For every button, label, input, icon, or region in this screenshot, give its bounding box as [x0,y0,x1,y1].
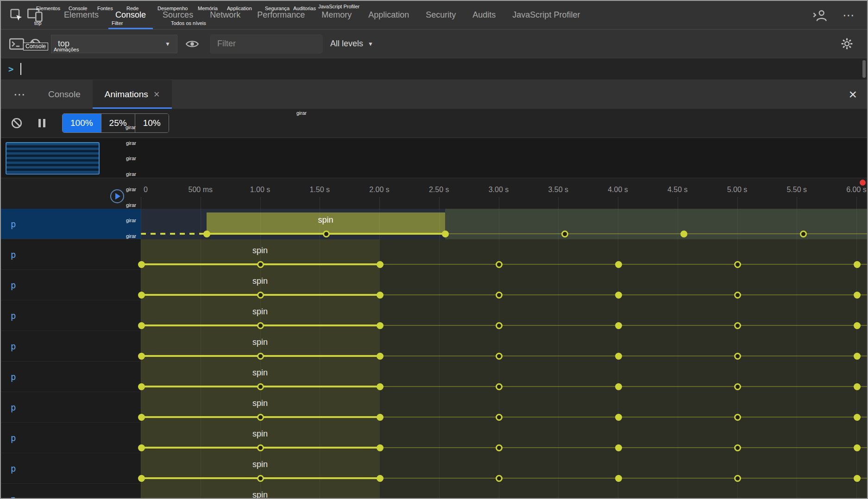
keyframe-dot[interactable] [377,383,384,390]
row-track[interactable]: spin [141,209,867,239]
console-prompt[interactable]: > [1,58,867,80]
keyframe-dot[interactable] [323,231,330,237]
keyframe-dot[interactable] [257,322,264,329]
row-node-label[interactable]: p [1,239,141,270]
drawer-tab-animations[interactable]: Animations× [93,80,172,109]
scrollbar[interactable] [862,60,866,78]
keyframe-dot[interactable] [854,414,861,421]
keyframe-dot[interactable] [377,444,384,451]
keyframe-dot[interactable] [734,292,741,299]
keyframe-dot[interactable] [377,322,384,329]
keyframe-dot[interactable] [377,414,384,421]
keyframe-dot[interactable] [138,414,145,421]
row-track[interactable]: spin [141,392,867,423]
keyframe-dot[interactable] [138,261,145,268]
row-node-label[interactable]: p [1,423,141,453]
keyframe-dot[interactable] [257,475,264,482]
row-track[interactable]: spin [141,331,867,362]
keyframe-dot[interactable] [854,292,861,299]
keyframe-dot[interactable] [496,383,503,390]
row-node-label[interactable]: p [1,209,141,239]
row-node-label[interactable]: p [1,362,141,392]
keyframe-dot[interactable] [854,322,861,329]
clear-animations-button[interactable] [7,113,26,133]
live-expression-button[interactable] [183,34,201,54]
keyframe-dot[interactable] [257,261,264,268]
drawer-menu-button[interactable]: ⋯ [10,84,29,105]
keyframe-dot[interactable] [496,292,503,299]
keyframe-dot[interactable] [138,292,145,299]
keyframe-dot[interactable] [854,475,861,482]
inspect-element-button[interactable] [7,5,26,25]
keyframe-dot[interactable] [615,292,622,299]
console-settings-button[interactable] [837,34,856,54]
keyframe-dot[interactable] [377,475,384,482]
row-node-label[interactable]: p [1,453,141,484]
keyframe-dot[interactable] [615,322,622,329]
keyframe-dot[interactable] [734,475,741,482]
keyframe-dot[interactable] [615,475,622,482]
row-track[interactable]: spin [141,239,867,270]
keyframe-dot[interactable] [257,383,264,390]
keyframe-dot[interactable] [257,444,264,451]
keyframe-dot[interactable] [138,444,145,451]
row-track[interactable]: spin [141,484,867,498]
keyframe-dot[interactable] [257,353,264,360]
main-menu-button[interactable]: ⋯ [839,5,858,25]
drawer-tab-console[interactable]: Console [36,80,93,109]
row-node-label[interactable]: p [1,392,141,423]
keyframe-dot[interactable] [615,353,622,360]
playback-rate-100%[interactable]: 100% [63,114,101,132]
keyframe-dot[interactable] [615,383,622,390]
keyframe-dot[interactable] [377,261,384,268]
keyframe-dot[interactable] [138,322,145,329]
keyframe-dot[interactable] [138,475,145,482]
row-node-label[interactable]: p [1,300,141,331]
tab-security[interactable]: Security [417,1,464,29]
log-levels-dropdown[interactable]: All levels ▼ [330,39,373,49]
keyframe-dot[interactable] [496,353,503,360]
keyframe-dot[interactable] [854,353,861,360]
keyframe-dot[interactable] [561,231,568,237]
keyframe-dot[interactable] [734,261,741,268]
keyframe-dot[interactable] [734,414,741,421]
keyframe-dot[interactable] [734,444,741,451]
keyframe-dot[interactable] [615,414,622,421]
keyframe-dot[interactable] [734,353,741,360]
keyframe-dot[interactable] [615,261,622,268]
keyframe-dot[interactable] [854,383,861,390]
tab-javascript-profiler[interactable]: JavaScript Profiler [504,1,588,29]
keyframe-dot[interactable] [257,292,264,299]
keyframe-dot[interactable] [734,322,741,329]
row-track[interactable]: spin [141,453,867,484]
user-button[interactable] [811,5,829,25]
row-track[interactable]: spin [141,362,867,392]
row-track[interactable]: spin [141,423,867,453]
row-node-label[interactable]: p [1,331,141,362]
keyframe-dot[interactable] [496,475,503,482]
row-node-label[interactable]: p [1,270,141,300]
drawer-close-button[interactable]: × [849,87,857,101]
keyframe-dot[interactable] [615,444,622,451]
keyframe-dot[interactable] [138,383,145,390]
keyframe-dot[interactable] [496,322,503,329]
timeline-scrubber[interactable] [110,189,124,203]
keyframe-dot[interactable] [800,231,807,237]
keyframe-dot[interactable] [854,261,861,268]
row-track[interactable]: spin [141,270,867,300]
keyframe-dot[interactable] [377,292,384,299]
pause-all-button[interactable] [32,113,51,133]
playback-rate-10%[interactable]: 10% [135,114,169,132]
keyframe-dot[interactable] [377,353,384,360]
keyframe-dot[interactable] [496,414,503,421]
keyframe-dot[interactable] [138,353,145,360]
keyframe-dot[interactable] [496,261,503,268]
keyframe-dot[interactable] [496,444,503,451]
tab-close-icon[interactable]: × [154,89,160,100]
tab-application[interactable]: Application [360,1,417,29]
keyframe-dot[interactable] [854,444,861,451]
keyframe-dot[interactable] [257,414,264,421]
row-track[interactable]: spin [141,300,867,331]
row-node-label[interactable]: p [1,484,141,498]
console-filter-input[interactable] [210,34,323,54]
